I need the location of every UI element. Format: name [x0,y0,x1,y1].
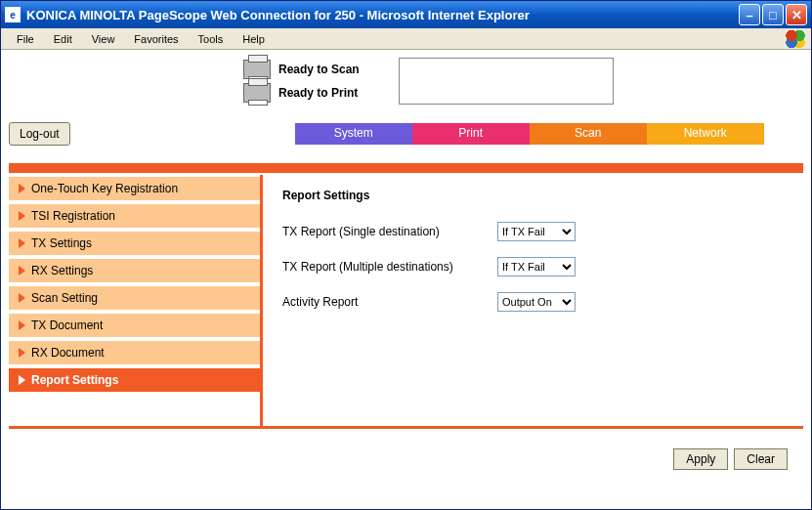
triangle-icon [19,184,25,193]
select-tx-multi[interactable]: If TX Fail [497,257,576,276]
sidebar-label: RX Document [31,346,105,360]
sidebar-label: TX Settings [31,236,92,250]
status-message-box [399,58,614,105]
sidebar-item-tx-settings[interactable]: TX Settings [9,232,260,259]
triangle-icon [19,266,25,276]
tab-print[interactable]: Print [412,123,530,145]
windows-flag-icon [786,30,805,48]
printer-icon [243,83,271,103]
sidebar-item-tx-document[interactable]: TX Document [9,314,260,341]
tab-scan[interactable]: Scan [530,123,647,145]
sidebar-item-scan-setting[interactable]: Scan Setting [9,286,260,314]
menu-file[interactable]: File [7,30,44,48]
menubar: File Edit View Favorites Tools Help [1,28,811,50]
label-activity: Activity Report [282,295,497,309]
sidebar-item-one-touch[interactable]: One-Touch Key Registration [9,177,260,204]
status-ready-scan: Ready to Scan [243,60,360,79]
divider-bar [9,163,803,173]
label-tx-single: TX Report (Single destination) [282,225,497,238]
triangle-icon [19,320,25,330]
menu-help[interactable]: Help [233,30,275,48]
app-icon: e [5,7,21,22]
clear-button[interactable]: Clear [734,448,788,470]
sidebar-item-rx-settings[interactable]: RX Settings [9,259,260,286]
tab-system[interactable]: System [295,123,412,145]
triangle-icon [19,375,25,385]
sidebar-label: One-Touch Key Registration [31,182,178,195]
status-print-text: Ready to Print [278,86,358,100]
apply-button[interactable]: Apply [673,448,728,470]
status-scan-text: Ready to Scan [278,63,360,76]
scanner-icon [243,60,271,79]
sidebar-label: TX Document [31,319,103,332]
triangle-icon [19,211,25,221]
sidebar-item-report-settings[interactable]: Report Settings [9,368,260,396]
triangle-icon [19,293,25,303]
label-tx-multi: TX Report (Multiple destinations) [282,260,497,274]
close-button[interactable]: ✕ [786,4,807,25]
sidebar-item-rx-document[interactable]: RX Document [9,341,260,368]
maximize-button[interactable]: □ [762,4,784,25]
tab-network[interactable]: Network [647,123,764,145]
window-title: KONICA MINOLTA PageScope Web Connection … [26,8,739,22]
triangle-icon [19,238,25,248]
select-tx-single[interactable]: If TX Fail [497,222,576,241]
main-content: Report Settings TX Report (Single destin… [263,175,803,426]
sidebar-label: TSI Registration [31,209,115,223]
page-heading: Report Settings [282,189,784,202]
select-activity[interactable]: Output On [497,292,576,312]
window-titlebar: e KONICA MINOLTA PageScope Web Connectio… [1,1,811,28]
sidebar-label: Report Settings [31,373,118,387]
logout-button[interactable]: Log-out [9,122,70,146]
minimize-button[interactable]: – [739,4,760,25]
menu-edit[interactable]: Edit [44,30,82,48]
menu-tools[interactable]: Tools [189,30,234,48]
status-ready-print: Ready to Print [243,83,360,103]
sidebar-item-tsi-registration[interactable]: TSI Registration [9,204,260,232]
menu-favorites[interactable]: Favorites [124,30,188,48]
triangle-icon [19,348,25,358]
sidebar-label: Scan Setting [31,291,98,305]
sidebar-label: RX Settings [31,264,93,277]
sidebar-nav: One-Touch Key Registration TSI Registrat… [9,175,263,426]
menu-view[interactable]: View [82,30,125,48]
